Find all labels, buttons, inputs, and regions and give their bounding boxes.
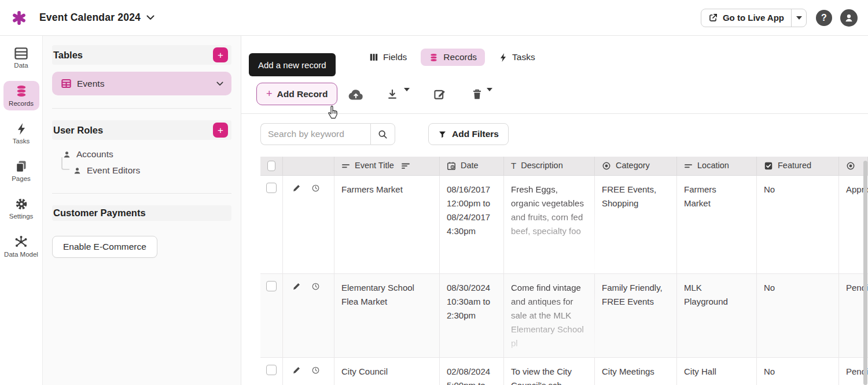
panel-divider: [52, 108, 231, 109]
vertical-scrollbar[interactable]: [863, 161, 867, 385]
question-mark-icon: ?: [821, 13, 827, 23]
import-records-button[interactable]: [348, 87, 364, 102]
rail-item-data[interactable]: Data: [3, 44, 39, 72]
rail-item-settings[interactable]: Settings: [3, 194, 39, 223]
user-roles-header-title: User Roles: [53, 125, 103, 136]
tab-tasks[interactable]: Tasks: [494, 49, 540, 66]
add-record-label: Add Record: [277, 89, 328, 99]
tab-label: Tasks: [512, 52, 535, 62]
search-input[interactable]: [260, 123, 370, 145]
row-actions-cell: [283, 358, 334, 385]
panel-divider: [52, 193, 231, 194]
column-label: Description: [521, 161, 563, 171]
app-title-menu[interactable]: Event Calendar 2024: [39, 12, 155, 24]
cell-location: Farmers Market: [677, 176, 757, 273]
add-user-role-button[interactable]: +: [213, 123, 228, 138]
column-label: Featured: [778, 161, 811, 171]
sort-icon[interactable]: [401, 162, 410, 169]
delete-options-dropdown[interactable]: [487, 91, 492, 102]
table-item-events[interactable]: Events: [52, 72, 231, 95]
go-to-live-app-label: Go to Live App: [723, 13, 784, 23]
record-history-icon[interactable]: [311, 366, 320, 375]
paragraph-text-icon: T: [511, 161, 516, 171]
lightning-icon: [499, 53, 507, 62]
rail-item-pages[interactable]: Pages: [3, 157, 39, 186]
edit-record-icon[interactable]: [292, 184, 301, 192]
table-header-row: Event Title Date T Description Category: [260, 157, 868, 176]
chevron-down-icon: [146, 15, 155, 20]
column-header-event-title[interactable]: Event Title: [334, 157, 440, 175]
role-item-event-editors[interactable]: Event Editors: [73, 164, 231, 177]
column-header-description[interactable]: T Description: [504, 157, 595, 175]
record-history-icon[interactable]: [311, 184, 320, 192]
rail-item-data-model[interactable]: Data Model: [3, 232, 39, 261]
edit-record-icon[interactable]: [292, 282, 301, 291]
export-records-button[interactable]: [384, 87, 400, 102]
trash-icon: [472, 88, 483, 100]
short-text-icon: [341, 162, 350, 169]
cell-category: Family Friendly, FREE Events: [595, 274, 677, 357]
row-select-cell: [260, 274, 283, 357]
customer-payments-title: Customer Payments: [53, 208, 146, 219]
tab-records[interactable]: Records: [421, 49, 485, 66]
columns-icon: [369, 53, 378, 62]
record-history-icon[interactable]: [311, 282, 320, 291]
go-to-live-app-button[interactable]: Go to Live App: [701, 9, 791, 27]
column-label: Category: [616, 161, 650, 171]
live-app-dropdown-button[interactable]: [791, 9, 806, 27]
rail-label: Settings: [9, 213, 34, 220]
knack-logo-icon: [12, 10, 27, 25]
select-all-checkbox[interactable]: [267, 161, 275, 171]
row-checkbox[interactable]: [266, 281, 277, 291]
cell-category: FREE Events, Shopping: [595, 176, 677, 273]
topbar: Event Calendar 2024 Go to Live App ?: [0, 0, 868, 36]
pages-icon: [15, 160, 27, 173]
cell-date: 08/30/2024 10:30am to 2:30pm: [440, 274, 504, 357]
download-icon: [387, 88, 398, 100]
tab-label: Fields: [383, 52, 407, 62]
rail-item-records[interactable]: Records: [3, 81, 39, 110]
export-options-dropdown[interactable]: [404, 91, 410, 102]
column-header-location[interactable]: Location: [677, 157, 757, 175]
nav-rail: Data Records Tasks Pages Settings Data M…: [0, 36, 43, 385]
table-icon: [14, 47, 28, 60]
row-checkbox[interactable]: [266, 183, 277, 193]
rail-label: Data Model: [4, 251, 38, 258]
edit-record-icon[interactable]: [292, 366, 301, 375]
plus-icon: +: [218, 125, 223, 135]
table-row[interactable]: City Council 02/08/2024 5:00pm to To vie…: [260, 358, 868, 385]
enable-ecommerce-button[interactable]: Enable E-Commerce: [52, 236, 157, 258]
add-filters-button[interactable]: Add Filters: [428, 123, 509, 145]
tab-fields[interactable]: Fields: [365, 49, 411, 66]
rail-item-tasks[interactable]: Tasks: [3, 119, 39, 148]
search-button[interactable]: [370, 123, 395, 145]
delete-records-button[interactable]: [469, 87, 485, 102]
multiple-choice-icon: [846, 161, 855, 171]
caret-down-icon: [487, 88, 492, 101]
add-record-button[interactable]: + Add Record: [256, 83, 337, 105]
cell-description: Come find vintage and antiques for sale …: [504, 274, 595, 357]
batch-edit-button[interactable]: [432, 87, 448, 102]
multiple-choice-icon: [602, 161, 611, 171]
tab-label: Records: [443, 52, 477, 62]
help-button[interactable]: ?: [816, 10, 832, 26]
app-window: Event Calendar 2024 Go to Live App ? Dat…: [0, 0, 868, 385]
column-header-category[interactable]: Category: [595, 157, 677, 175]
filter-icon: [438, 130, 447, 139]
add-table-button[interactable]: +: [213, 47, 228, 62]
role-item-accounts[interactable]: Accounts: [52, 148, 231, 161]
table-row[interactable]: Farmers Market 08/16/2017 12:00pm to 08/…: [260, 176, 868, 274]
search-icon: [378, 129, 388, 139]
role-item-label: Accounts: [76, 149, 113, 160]
user-avatar-button[interactable]: [840, 9, 858, 27]
plus-icon: +: [266, 88, 273, 100]
table-row[interactable]: Elementary School Flea Market 08/30/2024…: [260, 274, 868, 358]
cell-date: 08/16/2017 12:00pm to 08/24/2017 4:30pm: [440, 176, 504, 273]
column-label: Location: [697, 161, 729, 171]
lightning-icon: [16, 123, 27, 135]
row-checkbox[interactable]: [266, 365, 277, 375]
records-table: Event Title Date T Description Category: [260, 157, 868, 385]
column-header-featured[interactable]: Featured: [757, 157, 839, 175]
person-icon: [844, 13, 854, 23]
column-header-date[interactable]: Date: [440, 157, 504, 175]
